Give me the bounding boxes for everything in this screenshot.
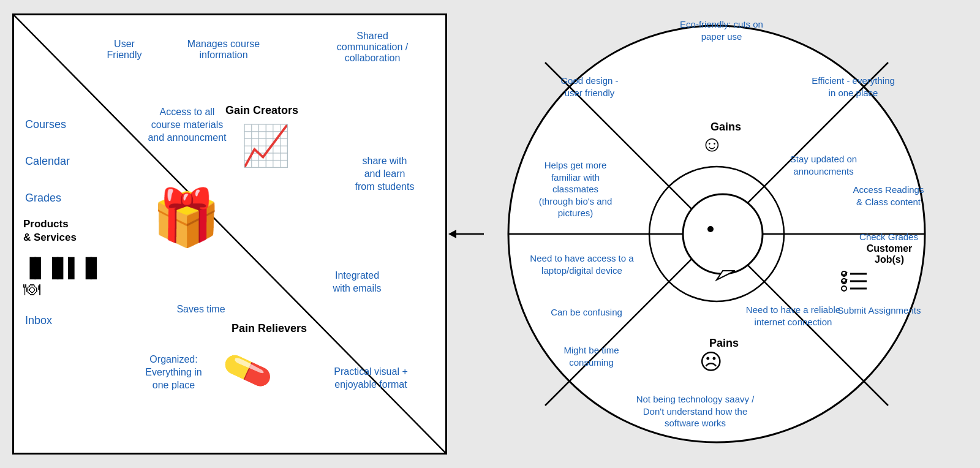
stay-updated-text: Stay updated onannouncments: [767, 153, 880, 177]
sad-icon: ☹: [699, 349, 723, 375]
shared-comm-text: Sharedcommunication /collaboration: [326, 31, 418, 64]
arrow-svg: [447, 225, 484, 243]
smiley-icon: ☺: [701, 131, 723, 157]
arrow-container: [447, 225, 484, 243]
svg-point-16: [842, 286, 846, 291]
pains-label: Pains: [699, 337, 748, 350]
access-readings-text: Access Readings& Class content: [832, 184, 945, 208]
customer-jobs-label: CustomerJob(s): [840, 243, 938, 265]
inbox-label: Inbox: [25, 314, 52, 327]
calendar-label: Calendar: [25, 155, 70, 168]
svg-point-10: [707, 226, 714, 232]
products-icons: ▐▌▐▌▌▐▌ 🍽: [23, 257, 102, 300]
chart-icon: 📈: [241, 123, 290, 169]
good-design-text: Good design -user friendly: [536, 75, 643, 99]
customer-icon: [674, 185, 772, 285]
need-laptop-text: Need to have access to alaptop/digital d…: [511, 252, 652, 276]
need-reliable-text: Need to have a reliableinternet connecti…: [729, 304, 858, 328]
svg-marker-3: [448, 230, 456, 238]
practical-text: Practical visual +enjoyable format: [314, 366, 428, 391]
not-tech-savvy-text: Not being technology saavy /Don't unders…: [603, 393, 787, 429]
can-be-confusing-text: Can be confusing: [533, 306, 640, 319]
might-time-text: Might be timeconsuming: [538, 344, 645, 368]
gift-icon: 🎁: [152, 190, 221, 245]
helps-get-text: Helps get morefamiliar withclassmates(th…: [516, 159, 635, 219]
grades-label: Grades: [25, 192, 61, 205]
organized-text: Organized:Everything inone place: [123, 353, 224, 391]
barcode-icon: ▐▌▐▌▌▐▌: [23, 257, 102, 278]
check-grades-text: Check Grades: [837, 231, 941, 243]
left-square: UserFriendly Manages courseinformation S…: [12, 13, 447, 455]
main-container: UserFriendly Manages courseinformation S…: [12, 7, 968, 461]
left-square-content: UserFriendly Manages courseinformation S…: [14, 15, 445, 453]
svg-point-9: [683, 194, 763, 274]
integrated-text: Integratedwith emails: [305, 270, 409, 295]
courses-label: Courses: [25, 118, 66, 131]
efficient-text: Efficient - everythingin one place: [789, 75, 918, 99]
access-all-text: Access to allcourse materialsand announc…: [134, 106, 241, 144]
user-friendly-text: UserFriendly: [94, 39, 155, 61]
checklist-icon: [839, 268, 870, 308]
saves-time-text: Saves time: [161, 303, 241, 316]
right-circle-container: Eco-friendly: cuts onpaper use Efficient…: [484, 13, 949, 455]
pain-relievers-label: Pain Relievers: [232, 322, 307, 335]
share-with-text: share withand learnfrom students: [336, 155, 434, 193]
pill-icon: 💊: [220, 344, 276, 398]
manages-course-text: Manages courseinformation: [181, 39, 266, 61]
eco-friendly-text: Eco-friendly: cuts onpaper use: [660, 18, 783, 42]
dish-icon: 🍽: [23, 279, 102, 300]
products-services-text: Products& Services: [23, 217, 77, 244]
